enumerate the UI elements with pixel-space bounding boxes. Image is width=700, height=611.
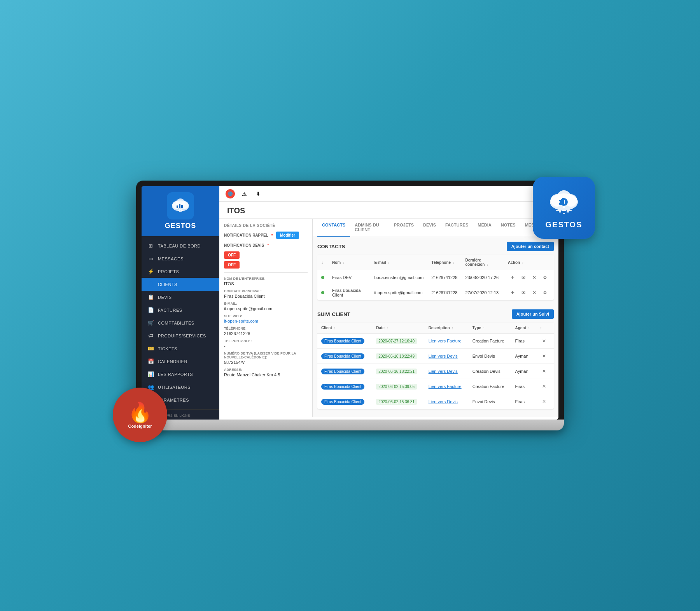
client-tag[interactable]: Firas Bouacida Client	[321, 353, 364, 359]
tab-contacts[interactable]: Contacts	[317, 219, 350, 237]
table-row: Firas Bouacida Client 2020-06-02 15:36:3…	[317, 394, 554, 409]
tva-value: 5872154/V	[224, 360, 308, 365]
topbar: 🌐 ⚠ ⬇ ●●●	[219, 186, 558, 202]
sidebar-item-comptabilites-label: Comptabilités	[158, 321, 194, 325]
tableau-icon: ⊞	[148, 243, 154, 249]
add-suivi-button[interactable]: Ajouter un Suivi	[512, 309, 554, 319]
description-link[interactable]: Lien vers Devis	[429, 399, 458, 404]
sidebar-item-comptabilites[interactable]: 🛒 Comptabilités	[142, 316, 219, 329]
warning-icon[interactable]: ⚠	[240, 189, 249, 198]
laptop-screen: GESTOS ⊞ Tableau de bord ▭ Messages ⚡	[136, 181, 564, 420]
action-cell: ✈ ✉ ✕ ⚙	[504, 285, 554, 300]
remove-icon[interactable]: ✕	[539, 367, 549, 376]
nom-entreprise-value: ITOS	[224, 281, 308, 286]
sidebar-item-clients-label: Clients	[158, 282, 177, 287]
client-cell: Firas Bouacida Client	[317, 379, 372, 394]
sidebar-item-projets[interactable]: ⚡ Projets	[142, 265, 219, 278]
site-web-value[interactable]: it-open-sprite.com	[224, 319, 308, 323]
sidebar-item-tickets[interactable]: 🎫 Tickets	[142, 342, 219, 355]
tab-notes[interactable]: Notes	[496, 219, 520, 237]
sidebar-item-devis[interactable]: 📋 Devis	[142, 291, 219, 304]
table-row: Firas DEV boua.einstein@gmail.com 216267…	[317, 270, 554, 285]
sidebar-item-utilisateurs-label: Utilisateurs	[158, 385, 191, 390]
sidebar-item-produits[interactable]: 🏷 Produits/Services	[142, 329, 219, 342]
tva-label: Numéro de TVA (laisser vide pour la Nouv…	[224, 351, 308, 359]
notification-rappel-row: Notification Rappel * Modifier	[224, 232, 308, 239]
email-value: it.open.sprite@gmail.com	[224, 306, 308, 311]
sidebar-item-clients[interactable]: 👤 Clients	[142, 278, 219, 291]
delete-icon[interactable]: ✕	[530, 288, 539, 297]
email-icon[interactable]: ✉	[519, 273, 528, 282]
add-contact-button[interactable]: Ajouter un contact	[507, 242, 554, 251]
codeigniter-text: CodeIgniter	[128, 424, 152, 428]
sidebar-item-rapports[interactable]: 📊 Les Rapports	[142, 368, 219, 381]
sidebar-item-calendrier[interactable]: 📅 Calendrier	[142, 355, 219, 368]
suivi-col-date[interactable]: Date ↕	[372, 323, 424, 334]
settings-icon[interactable]: ⚙	[541, 288, 550, 297]
date-tag: 2020-06-16 18:22:21	[376, 369, 417, 374]
tab-devis[interactable]: Devis	[418, 219, 441, 237]
page-title: ITOS	[219, 202, 558, 219]
status-dot	[321, 291, 324, 294]
notification-rappel-label: Notification Rappel	[224, 233, 268, 237]
factures-icon: 📄	[148, 307, 154, 313]
download-icon[interactable]: ⬇	[254, 189, 263, 198]
client-tag[interactable]: Firas Bouacida Client	[321, 399, 364, 405]
tab-factures[interactable]: Factures	[441, 219, 473, 237]
col-action[interactable]: Action ↕	[504, 255, 554, 270]
table-row: Firas Bouacida Client 2020-06-02 15:39:0…	[317, 379, 554, 394]
tab-projets[interactable]: Projets	[389, 219, 418, 237]
suivi-col-agent[interactable]: Agent ↕	[511, 323, 536, 334]
tab-admins[interactable]: Admins du Client	[350, 219, 389, 237]
remove-icon[interactable]: ✕	[539, 336, 549, 346]
description-link[interactable]: Lien vers Devis	[429, 369, 458, 374]
gestos-corner-icon	[548, 186, 579, 219]
delete-icon[interactable]: ✕	[530, 273, 539, 282]
gestos-corner-text: GESTOS	[546, 220, 583, 229]
sidebar: GESTOS ⊞ Tableau de bord ▭ Messages ⚡	[142, 186, 219, 420]
sidebar-item-tableau-label: Tableau de bord	[158, 244, 201, 248]
sidebar-item-rapports-label: Les Rapports	[158, 372, 193, 377]
alert-icon[interactable]: 🌐	[226, 189, 235, 198]
suivi-action-cell: ✕	[536, 334, 554, 349]
svg-rect-10	[563, 206, 565, 208]
description-link[interactable]: Lien vers Facture	[429, 339, 462, 343]
send-icon[interactable]: ✈	[508, 273, 517, 282]
sidebar-item-produits-label: Produits/Services	[158, 334, 206, 338]
description-link[interactable]: Lien vers Facture	[429, 384, 462, 389]
send-icon[interactable]: ✈	[508, 288, 517, 297]
date-cell: 2020-06-16 18:22:21	[372, 364, 424, 379]
email-label: E-mail:	[224, 302, 308, 306]
suivi-title: Suivi Client	[317, 311, 350, 317]
notification-devis-toggle[interactable]: OFF	[224, 251, 240, 259]
table-row: Firas Bouacida Client 2020-06-16 18:22:4…	[317, 349, 554, 364]
tab-media[interactable]: Média	[473, 219, 496, 237]
suivi-action-cell: ✕	[536, 364, 554, 379]
details-section-title: Détails de la Société	[224, 223, 308, 228]
sidebar-item-factures[interactable]: 📄 Factures	[142, 304, 219, 316]
remove-icon[interactable]: ✕	[539, 397, 549, 406]
remove-icon[interactable]: ✕	[539, 351, 549, 361]
type-cell: Envoi Devis	[469, 394, 511, 409]
suivi-table: Client ↕ Date ↕	[317, 323, 554, 409]
email-icon[interactable]: ✉	[519, 288, 528, 297]
description-cell: Lien vers Devis	[425, 349, 469, 364]
col-telephone[interactable]: Téléphone ↕	[427, 255, 461, 270]
suivi-col-type[interactable]: Type ↕	[469, 323, 511, 334]
client-tag[interactable]: Firas Bouacida Client	[321, 369, 364, 374]
sidebar-item-messages[interactable]: ▭ Messages	[142, 252, 219, 265]
col-email[interactable]: E-mail ↕	[370, 255, 427, 270]
suivi-col-description[interactable]: Description ↕	[425, 323, 469, 334]
remove-icon[interactable]: ✕	[539, 382, 549, 391]
notification-extra-toggle[interactable]: OFF	[224, 261, 240, 269]
settings-icon[interactable]: ⚙	[541, 273, 550, 282]
client-tag[interactable]: Firas Bouacida Client	[321, 384, 364, 390]
suivi-col-client[interactable]: Client ↕	[317, 323, 372, 334]
sidebar-item-tableau[interactable]: ⊞ Tableau de bord	[142, 239, 219, 252]
description-link[interactable]: Lien vers Devis	[429, 354, 458, 358]
client-tag[interactable]: Firas Bouacida Client	[321, 338, 364, 344]
date-cell: 2020-07-27 12:16:40	[372, 334, 424, 349]
col-nom[interactable]: Nom ↕	[328, 255, 370, 270]
modifier-button[interactable]: Modifier	[276, 232, 299, 239]
col-derniere-connexion[interactable]: Dernière connexion ↕	[461, 255, 504, 270]
